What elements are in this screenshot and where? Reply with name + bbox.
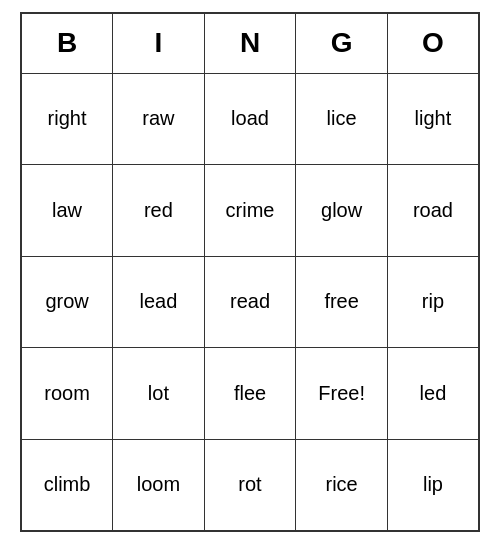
cell-r0-c2: load [204,73,296,165]
cell-r0-c4: light [387,73,479,165]
cell-r1-c1: red [113,165,205,257]
table-row: roomlotfleeFree!led [21,348,479,440]
bingo-header-i: I [113,13,205,73]
cell-r2-c4: rip [387,256,479,348]
bingo-header-g: G [296,13,388,73]
cell-r2-c2: read [204,256,296,348]
cell-r2-c0: grow [21,256,113,348]
table-row: lawredcrimeglowroad [21,165,479,257]
cell-r3-c3: Free! [296,348,388,440]
cell-r3-c1: lot [113,348,205,440]
table-row: growleadreadfreerip [21,256,479,348]
table-row: rightrawloadlicelight [21,73,479,165]
cell-r0-c0: right [21,73,113,165]
bingo-header-b: B [21,13,113,73]
cell-r1-c4: road [387,165,479,257]
bingo-header-o: O [387,13,479,73]
cell-r3-c4: led [387,348,479,440]
cell-r4-c4: lip [387,439,479,531]
cell-r3-c0: room [21,348,113,440]
bingo-card: BINGO rightrawloadlicelightlawredcrimegl… [20,12,480,532]
bingo-header-n: N [204,13,296,73]
cell-r4-c0: climb [21,439,113,531]
cell-r4-c2: rot [204,439,296,531]
cell-r4-c3: rice [296,439,388,531]
cell-r4-c1: loom [113,439,205,531]
cell-r3-c2: flee [204,348,296,440]
cell-r1-c2: crime [204,165,296,257]
cell-r2-c3: free [296,256,388,348]
cell-r1-c0: law [21,165,113,257]
cell-r2-c1: lead [113,256,205,348]
cell-r0-c3: lice [296,73,388,165]
table-row: climbloomrotricelip [21,439,479,531]
cell-r0-c1: raw [113,73,205,165]
cell-r1-c3: glow [296,165,388,257]
